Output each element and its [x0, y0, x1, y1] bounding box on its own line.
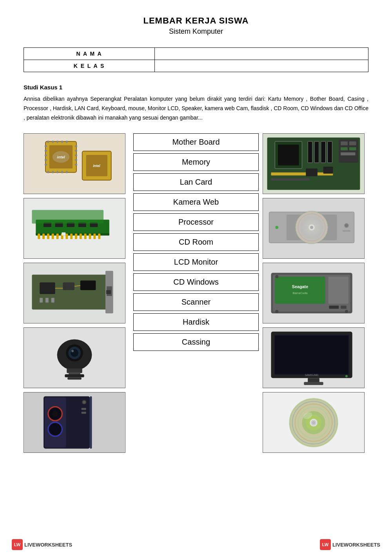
- lw-icon-right: LW: [320, 539, 331, 550]
- svg-point-119: [345, 224, 348, 227]
- svg-text:intel: intel: [93, 164, 100, 168]
- matching-area: intel intel: [24, 133, 368, 453]
- svg-rect-93: [278, 145, 299, 165]
- svg-rect-95: [314, 142, 319, 163]
- svg-rect-120: [343, 230, 350, 232]
- lan-card-image: [24, 263, 125, 323]
- svg-rect-73: [65, 374, 84, 378]
- label-scanner[interactable]: Scanner: [133, 293, 259, 311]
- svg-rect-58: [80, 281, 96, 291]
- svg-rect-125: [275, 277, 325, 304]
- svg-point-140: [345, 375, 348, 378]
- svg-rect-16: [45, 160, 47, 161]
- motherboard-image: [263, 133, 365, 194]
- svg-rect-133: [341, 306, 347, 309]
- svg-rect-97: [328, 142, 332, 163]
- svg-rect-99: [271, 178, 310, 181]
- svg-rect-64: [106, 290, 111, 294]
- svg-rect-11: [61, 171, 63, 173]
- label-processor[interactable]: Processor: [133, 213, 259, 231]
- svg-point-121: [275, 226, 278, 229]
- svg-rect-21: [75, 160, 77, 161]
- svg-rect-15: [45, 155, 47, 156]
- labels-col: Mother Board Memory Lan Card Kamera Web …: [129, 133, 263, 351]
- label-lcd-monitor[interactable]: LCD Monitor: [133, 253, 259, 271]
- label-mother-board[interactable]: Mother Board: [133, 133, 259, 151]
- memory-image: [24, 198, 125, 259]
- svg-rect-6: [61, 141, 63, 143]
- svg-rect-38: [70, 234, 73, 239]
- main-title: LEMBAR KERJA SISWA: [24, 16, 368, 26]
- svg-rect-60: [45, 298, 49, 303]
- lw-text-left: LIVEWORKSHEETS: [24, 542, 72, 548]
- svg-rect-128: [328, 277, 348, 304]
- label-cd-room[interactable]: CD Room: [133, 233, 259, 251]
- svg-rect-41: [84, 234, 87, 239]
- svg-rect-3: [47, 141, 49, 143]
- svg-rect-42: [89, 234, 91, 239]
- svg-rect-33: [47, 234, 49, 239]
- monitor-image: SAMSUNG: [263, 327, 365, 388]
- svg-point-83: [50, 424, 61, 435]
- svg-rect-51: [32, 210, 103, 224]
- label-lan-card[interactable]: Lan Card: [133, 173, 259, 191]
- svg-rect-9: [52, 171, 54, 173]
- svg-rect-106: [306, 169, 318, 176]
- sub-title: Sistem Komputer: [24, 27, 368, 36]
- label-cassing[interactable]: Cassing: [133, 333, 259, 351]
- svg-rect-31: [38, 234, 40, 239]
- svg-rect-18: [75, 145, 77, 147]
- svg-rect-139: [304, 382, 323, 385]
- lw-icon-left: LW: [12, 539, 23, 550]
- left-images-col: intel intel: [24, 133, 129, 453]
- cd-image: [263, 392, 365, 453]
- svg-rect-61: [51, 298, 54, 303]
- svg-point-131: [275, 275, 278, 278]
- label-hardisk[interactable]: Hardisk: [133, 313, 259, 331]
- svg-rect-22: [75, 164, 77, 165]
- svg-rect-102: [349, 142, 356, 145]
- nama-value[interactable]: [155, 48, 368, 60]
- svg-text:Seagate: Seagate: [292, 285, 309, 289]
- svg-rect-34: [52, 234, 54, 239]
- kelas-value[interactable]: [155, 60, 368, 72]
- svg-rect-87: [82, 408, 86, 410]
- svg-rect-137: [275, 336, 348, 374]
- svg-rect-7: [66, 141, 67, 143]
- svg-point-129: [275, 310, 278, 313]
- svg-rect-5: [57, 141, 58, 143]
- svg-rect-32: [42, 234, 45, 239]
- svg-rect-12: [66, 171, 67, 173]
- svg-rect-35: [56, 234, 59, 239]
- svg-rect-19: [75, 150, 77, 152]
- label-cd-windows[interactable]: CD Windows: [133, 273, 259, 291]
- svg-rect-88: [82, 412, 86, 414]
- svg-rect-107: [323, 167, 333, 174]
- hdd-image: Seagate BarraCuda: [263, 263, 365, 323]
- svg-rect-20: [75, 155, 77, 156]
- svg-point-115: [310, 226, 313, 229]
- svg-point-152: [312, 421, 315, 424]
- svg-rect-17: [45, 164, 47, 165]
- section-title: Studi Kasus 1: [24, 84, 368, 91]
- svg-rect-105: [341, 153, 356, 156]
- svg-rect-8: [47, 171, 49, 173]
- label-kamera-web[interactable]: Kamera Web: [133, 193, 259, 211]
- svg-rect-56: [40, 283, 55, 294]
- svg-rect-37: [65, 234, 68, 239]
- label-memory[interactable]: Memory: [133, 153, 259, 171]
- svg-rect-43: [93, 234, 96, 239]
- svg-rect-103: [341, 147, 348, 151]
- nama-label: N A M A: [24, 48, 155, 60]
- svg-rect-44: [98, 234, 100, 239]
- svg-rect-132: [329, 306, 339, 309]
- right-images-col: Seagate BarraCuda: [263, 133, 368, 453]
- svg-point-130: [345, 310, 348, 313]
- svg-text:intel: intel: [57, 155, 65, 160]
- svg-point-80: [52, 411, 58, 417]
- webcam-image: [24, 327, 125, 388]
- processor-image: intel intel: [24, 133, 125, 194]
- casing-image: [24, 392, 125, 453]
- svg-rect-4: [52, 141, 54, 143]
- svg-rect-89: [90, 396, 92, 449]
